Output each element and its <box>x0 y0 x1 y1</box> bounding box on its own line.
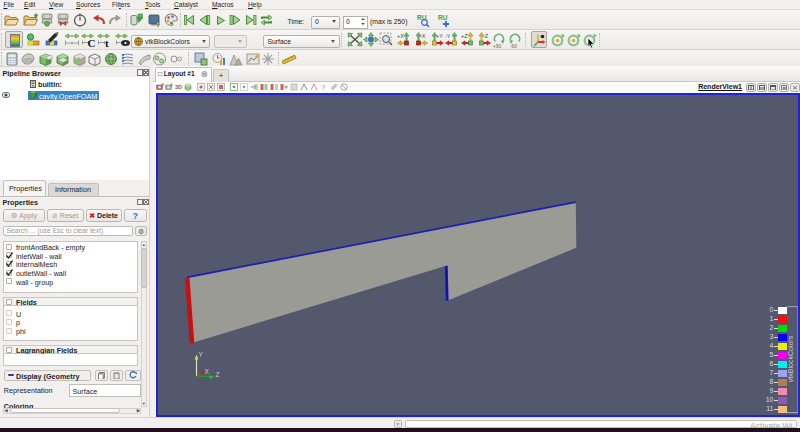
svg-text:X: X <box>204 368 209 375</box>
svg-text:RU: RU <box>438 14 448 21</box>
svg-text:+Y: +Y <box>436 33 443 39</box>
svg-text:C: C <box>88 36 96 48</box>
svg-text:+90: +90 <box>493 43 501 48</box>
svg-text:-Y: -Y <box>445 33 451 39</box>
svg-text:-90: -90 <box>510 43 517 48</box>
svg-text:+X: +X <box>397 33 404 39</box>
svg-text:+Z: +Z <box>461 33 468 39</box>
svg-text:?: ? <box>322 84 326 91</box>
svg-text:t: t <box>105 36 109 48</box>
svg-text:Y: Y <box>198 351 203 358</box>
svg-text:Z: Z <box>215 370 219 377</box>
